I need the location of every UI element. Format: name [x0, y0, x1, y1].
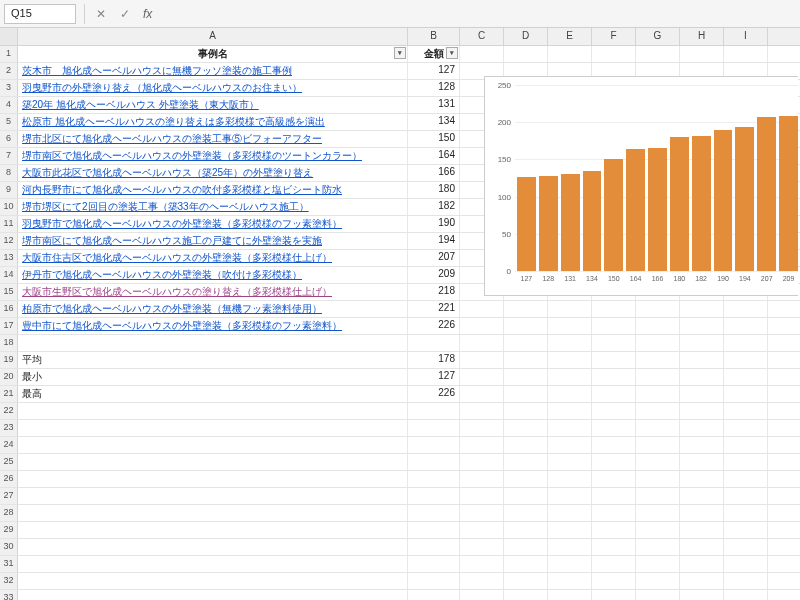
cell-empty[interactable] — [636, 573, 680, 589]
row-header[interactable]: 19 — [0, 352, 18, 368]
cell-empty[interactable] — [548, 590, 592, 600]
cell-a[interactable] — [18, 573, 408, 589]
cell-a[interactable] — [18, 590, 408, 600]
col-header-d[interactable]: D — [504, 28, 548, 45]
cell-a[interactable]: 最小 — [18, 369, 408, 385]
cell-empty[interactable] — [724, 505, 768, 521]
cell-a[interactable]: 羽曳野市の外壁塗り替え（旭化成ヘーベルハウスのお住まい） — [18, 80, 408, 96]
cell-a[interactable] — [18, 403, 408, 419]
row-header[interactable]: 15 — [0, 284, 18, 300]
cell-empty[interactable] — [592, 505, 636, 521]
cell-empty[interactable] — [460, 46, 504, 62]
cell-a[interactable]: 堺市南区にて旭化成ヘーベルハウス施工の戸建てに外壁塗装を実施 — [18, 233, 408, 249]
cell-empty[interactable] — [504, 522, 548, 538]
cell-empty[interactable] — [724, 386, 768, 402]
cell-empty[interactable] — [548, 573, 592, 589]
cell-b[interactable] — [408, 539, 460, 555]
cancel-icon[interactable]: ✕ — [93, 6, 109, 22]
cell-empty[interactable] — [504, 590, 548, 600]
cell-empty[interactable] — [724, 539, 768, 555]
cell-b[interactable]: 207 — [408, 250, 460, 266]
cell-b[interactable]: 166 — [408, 165, 460, 181]
cell-a[interactable]: 豊中市にて旭化成ヘーベルハウスの外壁塗装（多彩模様のフッ素塗料） — [18, 318, 408, 334]
chart-bar[interactable] — [779, 116, 798, 271]
case-link[interactable]: 堺市北区にて旭化成ヘーベルハウスの塗装工事⑤ビフォーアフター — [22, 133, 322, 144]
cell-empty[interactable] — [680, 590, 724, 600]
select-all-triangle[interactable] — [0, 28, 18, 45]
cell-empty[interactable] — [724, 471, 768, 487]
cell-a[interactable]: 堺市堺区にて2回目の塗装工事（築33年のヘーベルハウス施工） — [18, 199, 408, 215]
cell-empty[interactable] — [592, 46, 636, 62]
row-header[interactable]: 13 — [0, 250, 18, 266]
cell-a[interactable]: 大阪市生野区で旭化成ヘーベルハウスの塗り替え（多彩模様仕上げ） — [18, 284, 408, 300]
cell-empty[interactable] — [548, 420, 592, 436]
cell-a[interactable]: 堺市北区にて旭化成ヘーベルハウスの塗装工事⑤ビフォーアフター — [18, 131, 408, 147]
cell-empty[interactable] — [680, 403, 724, 419]
cell-b[interactable]: 134 — [408, 114, 460, 130]
cell-empty[interactable] — [636, 301, 680, 317]
col-header-b[interactable]: B — [408, 28, 460, 45]
cell-empty[interactable] — [636, 369, 680, 385]
cell-empty[interactable] — [680, 488, 724, 504]
cell-empty[interactable] — [460, 488, 504, 504]
cell-b[interactable]: 182 — [408, 199, 460, 215]
row-header[interactable]: 23 — [0, 420, 18, 436]
cell-empty[interactable] — [636, 556, 680, 572]
cell-empty[interactable] — [724, 454, 768, 470]
cell-empty[interactable] — [592, 590, 636, 600]
formula-input[interactable] — [158, 4, 800, 24]
cell-empty[interactable] — [504, 471, 548, 487]
cell-empty[interactable] — [592, 454, 636, 470]
cell-b[interactable] — [408, 505, 460, 521]
col-header-a[interactable]: A — [18, 28, 408, 45]
case-link[interactable]: 堺市堺区にて2回目の塗装工事（築33年のヘーベルハウス施工） — [22, 201, 309, 212]
case-link[interactable]: 河内長野市にて旭化成ヘーベルハウスの吹付多彩模様と塩ビシート防水 — [22, 184, 342, 195]
cell-empty[interactable] — [504, 454, 548, 470]
cell-a[interactable]: 柏原市で旭化成ヘーベルハウスの外壁塗装（無機フッ素塗料使用） — [18, 301, 408, 317]
cell-b[interactable] — [408, 335, 460, 351]
cell-empty[interactable] — [724, 352, 768, 368]
cell-b[interactable]: 150 — [408, 131, 460, 147]
cell-a[interactable]: 築20年 旭化成ヘーベルハウス 外壁塗装（東大阪市） — [18, 97, 408, 113]
row-header[interactable]: 9 — [0, 182, 18, 198]
cell-empty[interactable] — [504, 488, 548, 504]
cell-empty[interactable] — [724, 335, 768, 351]
cell-empty[interactable] — [548, 505, 592, 521]
cell-empty[interactable] — [548, 471, 592, 487]
cell-empty[interactable] — [680, 386, 724, 402]
cell-a[interactable] — [18, 539, 408, 555]
row-header[interactable]: 26 — [0, 471, 18, 487]
cell-empty[interactable] — [636, 352, 680, 368]
cell-empty[interactable] — [724, 420, 768, 436]
cell-a[interactable]: 羽曳野市で旭化成ヘーベルハウスの外壁塗装（多彩模様のフッ素塗料） — [18, 216, 408, 232]
cell-empty[interactable] — [592, 335, 636, 351]
cell-empty[interactable] — [504, 539, 548, 555]
row-header[interactable]: 24 — [0, 437, 18, 453]
chart-bar[interactable] — [714, 130, 733, 271]
row-header[interactable]: 11 — [0, 216, 18, 232]
cell-b[interactable] — [408, 420, 460, 436]
cell-b[interactable]: 127 — [408, 369, 460, 385]
row-header[interactable]: 14 — [0, 267, 18, 283]
cell-b[interactable] — [408, 590, 460, 600]
row-header[interactable]: 8 — [0, 165, 18, 181]
cell-b[interactable]: 226 — [408, 386, 460, 402]
cell-empty[interactable] — [724, 573, 768, 589]
cell-a[interactable] — [18, 505, 408, 521]
cell-a[interactable]: 最高 — [18, 386, 408, 402]
cell-empty[interactable] — [460, 522, 504, 538]
row-header[interactable]: 31 — [0, 556, 18, 572]
cell-b[interactable] — [408, 573, 460, 589]
cell-a[interactable]: 河内長野市にて旭化成ヘーベルハウスの吹付多彩模様と塩ビシート防水 — [18, 182, 408, 198]
cell-empty[interactable] — [548, 386, 592, 402]
cell-empty[interactable] — [504, 437, 548, 453]
cell-empty[interactable] — [636, 522, 680, 538]
cell-b[interactable] — [408, 403, 460, 419]
cell-empty[interactable] — [548, 437, 592, 453]
cell-empty[interactable] — [592, 301, 636, 317]
chart-bar[interactable] — [604, 159, 623, 271]
cell-empty[interactable] — [592, 369, 636, 385]
chart-bar[interactable] — [583, 171, 602, 271]
cell-empty[interactable] — [460, 420, 504, 436]
row-header[interactable]: 21 — [0, 386, 18, 402]
